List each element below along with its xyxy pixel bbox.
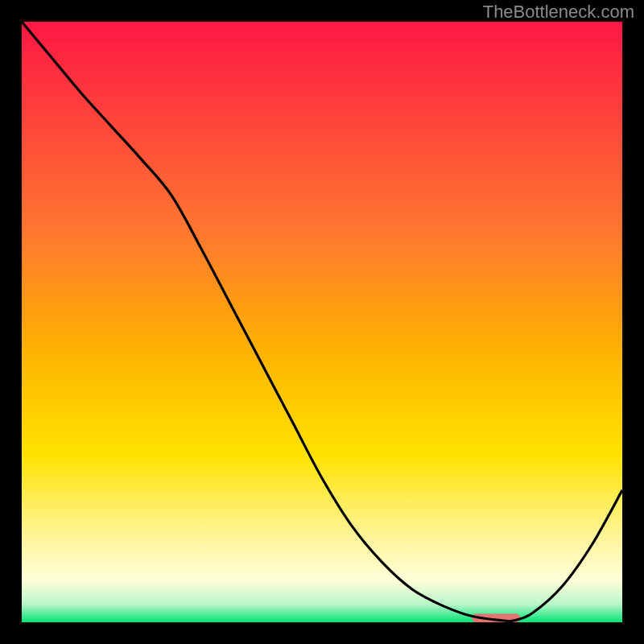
chart-container: TheBottleneck.com [0,0,644,644]
chart-svg [22,22,622,622]
plot-area [22,22,622,622]
gradient-background [22,22,622,622]
attribution-label: TheBottleneck.com [483,2,634,23]
